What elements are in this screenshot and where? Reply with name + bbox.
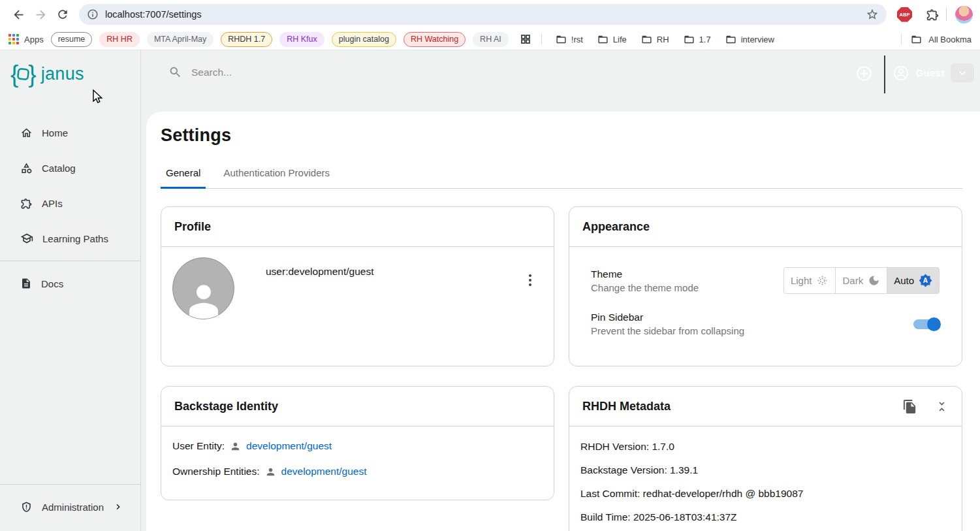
sidebar-item-docs[interactable]: Docs [0,266,140,301]
folder-label: interview [741,35,774,44]
sidebar-item-learning-paths[interactable]: Learning Paths [0,221,140,256]
toolbar-divider [946,8,947,21]
theme-label: Theme [591,268,699,280]
apps-shortcut[interactable]: Apps [8,34,44,44]
folder-label: 1.7 [699,35,711,44]
bookmark-folder[interactable]: !rst [556,34,583,45]
grid-bookmark-icon[interactable] [520,33,531,45]
tab-authentication-providers[interactable]: Authentication Providers [218,167,335,189]
collapse-icon[interactable] [935,400,949,413]
more-options-button[interactable] [526,272,534,289]
browser-toolbar: localhost:7007/settings ABP [0,0,980,29]
sidebar: { } janus Home Catalog APIs Learning Pat… [0,50,141,531]
copy-icon[interactable] [902,399,917,414]
site-info-icon[interactable] [87,8,99,20]
sidebar-item-apis[interactable]: APIs [0,185,140,221]
browser-profile-avatar[interactable] [955,6,973,24]
sidebar-item-home[interactable]: Home [0,115,140,150]
bookmark-folder[interactable]: RH [641,34,669,45]
global-search[interactable] [168,65,439,79]
theme-option-dark[interactable]: Dark [835,267,887,294]
backstage-identity-card: Backstage Identity User Entity: developm… [161,386,554,500]
search-icon [168,65,182,79]
bookmark-pill[interactable]: MTA April-May [147,32,213,47]
bookmarks-bar: Apps resume RH HR MTA April-May RHDH 1.7… [0,29,980,50]
apis-puzzle-icon [20,197,33,210]
folder-label: Life [613,35,627,44]
tab-general[interactable]: General [161,167,206,189]
url-text: localhost:7007/settings [105,9,202,20]
pin-sidebar-text: Pin Sidebar Prevent the sidebar from col… [591,312,744,336]
folder-icon [597,34,609,45]
toggle-thumb [927,317,941,331]
folder-icon [725,34,736,45]
home-icon [20,127,33,139]
folder-label: !rst [571,35,583,44]
main-area: Guest Settings General Authentication Pr… [141,50,980,531]
pin-sidebar-toggle[interactable] [913,319,940,329]
create-button[interactable] [855,65,873,82]
chevron-right-icon[interactable] [113,502,123,512]
settings-page: Settings General Authentication Provider… [146,112,980,531]
sidebar-nav: Home Catalog APIs Learning Paths Docs [0,115,140,301]
sidebar-item-administration[interactable]: Administration [0,490,140,524]
moon-icon [868,274,880,287]
folder-icon [684,34,695,45]
theme-option-label: Dark [842,275,863,286]
reload-button[interactable] [52,3,74,25]
sidebar-item-label: APIs [42,198,63,209]
bookmark-star-icon[interactable] [866,8,879,21]
pin-sidebar-label: Pin Sidebar [591,312,744,323]
bookmark-pill[interactable]: RHDH 1.7 [221,32,272,47]
bookmark-pill[interactable]: resume [51,32,93,47]
metadata-header-actions [902,399,949,414]
bookmark-folder[interactable]: interview [725,34,774,45]
theme-option-auto[interactable]: Auto A [887,267,940,294]
sun-icon [816,274,829,287]
profile-entity-ref: user:development/guest [266,266,373,278]
user-entity-link[interactable]: development/guest [246,440,332,452]
theme-option-light[interactable]: Light [783,267,836,294]
extensions-puzzle-icon [926,8,940,22]
theme-description: Change the theme mode [591,282,699,293]
user-menu[interactable]: Guest [893,63,974,82]
back-button[interactable] [7,3,29,25]
auto-brightness-icon: A [919,274,932,287]
bookmark-pill[interactable]: RH Watching [403,32,466,47]
appearance-card: Appearance Theme Change the theme mode L… [569,206,962,366]
ownership-entities-link[interactable]: development/guest [281,466,367,477]
profile-card: Profile user:development/guest [161,206,554,366]
janus-logo[interactable]: { } janus [0,50,140,97]
forward-button[interactable] [29,3,52,25]
shield-admin-icon [20,501,33,513]
header-divider [884,56,885,93]
ownership-entities-row: Ownership Entities: development/guest [161,466,554,477]
extensions-button[interactable] [921,3,943,25]
bookmark-pill[interactable]: plugin catalog [332,32,396,47]
pin-sidebar-row: Pin Sidebar Prevent the sidebar from col… [569,312,962,336]
bookmark-pill[interactable]: RH Kfux [279,32,324,47]
apps-label: Apps [24,35,44,44]
metadata-line: Last Commit: redhat-developer/rhdh @ bbb… [580,488,951,500]
profile-card-body: user:development/guest [161,247,554,319]
folder-icon [641,34,652,45]
bookmark-folder[interactable]: Life [597,34,627,45]
app-header: Guest [146,50,980,112]
bookmark-folder-list: !rst Life RH 1.7 interview [556,34,774,45]
metadata-lines: RHDH Version: 1.7.0 Backstage Version: 1… [569,426,962,523]
apps-grid-icon [8,34,19,44]
bookmark-pill[interactable]: RH HR [99,32,140,47]
search-input[interactable] [191,67,439,78]
url-bar[interactable]: localhost:7007/settings [79,4,887,25]
logo-brace-right: } [28,62,36,86]
bookmark-folder[interactable]: 1.7 [684,34,711,45]
user-label: Guest [915,67,945,78]
all-bookmarks[interactable]: All Bookma [898,33,972,45]
user-entity-row: User Entity: development/guest [161,440,554,452]
user-menu-toggle[interactable] [951,63,974,82]
adblock-extension-icon[interactable]: ABP [897,7,912,22]
bookmark-pill[interactable]: RH AI [473,32,509,47]
sidebar-item-catalog[interactable]: Catalog [0,150,140,185]
identity-card-header: Backstage Identity [161,387,554,426]
page-title: Settings [161,125,962,146]
